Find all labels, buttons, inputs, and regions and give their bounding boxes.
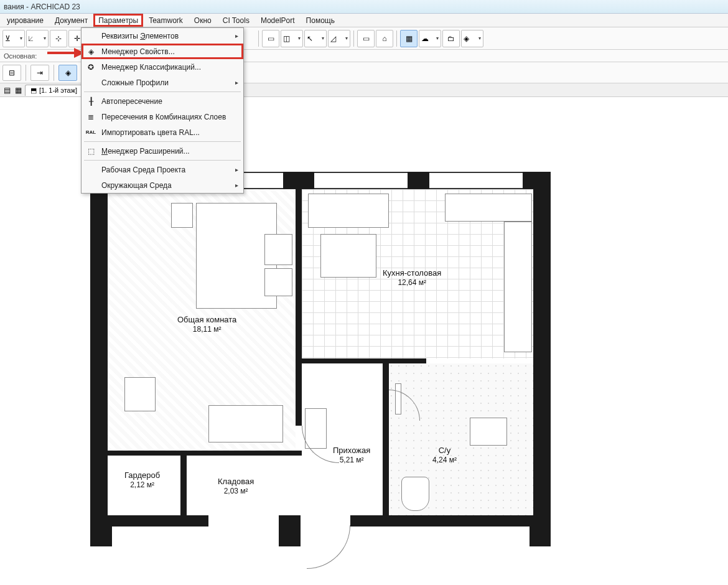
layers-icon: ≣ — [85, 111, 96, 123]
menu-label: Менеджер Классификаций... — [101, 63, 201, 72]
tool-a3[interactable]: ↖▾ — [304, 30, 327, 47]
tool-snap-1[interactable]: ⊻▾ — [2, 30, 25, 47]
tool-a2[interactable]: ◫▾ — [281, 30, 303, 47]
rect-icon: ▭ — [363, 34, 370, 43]
tool-b2[interactable]: ☁▾ — [419, 30, 441, 47]
menu-item-property-manager[interactable]: ◈ Менеджер Свойств... — [82, 44, 243, 59]
grid-icon: ⊹ — [55, 34, 62, 43]
tag-icon: ◈ — [85, 46, 96, 57]
chevron-down-icon: ▾ — [298, 35, 301, 41]
submenu-arrow-icon: ▸ — [235, 32, 238, 39]
menu-label: Рабочая Среда Проекта — [101, 166, 185, 174]
measure-icon: ⟀ — [29, 34, 33, 43]
tool-snap-2[interactable]: ⟀▾ — [26, 30, 49, 47]
annotation-arrow-icon — [47, 47, 85, 59]
submenu-arrow-icon: ▸ — [235, 166, 238, 173]
floor-plan: Общая комната 18,11 м² Кухня-столовая 12… — [90, 172, 551, 570]
menu-modelport[interactable]: ModelPort — [255, 14, 301, 27]
furniture-armchair — [124, 377, 156, 411]
toolbar-separator — [396, 30, 397, 47]
menu-item-work-env[interactable]: Окружающая Среда▸ — [82, 177, 243, 193]
menu-item-project-env[interactable]: Рабочая Среда Проекта▸ — [82, 162, 243, 177]
menu-item-element-attributes[interactable]: Реквизиты Элементов▸ — [82, 28, 243, 44]
tool-a1[interactable]: ▭ — [262, 30, 279, 47]
menu-separator — [84, 160, 241, 161]
room-label-wardrobe: Гардероб 2,12 м² — [124, 470, 160, 490]
folder-icon: 🗀 — [447, 34, 455, 43]
window-titlebar: вания - ARCHICAD 23 — [0, 0, 728, 14]
menu-window[interactable]: Окно — [189, 14, 217, 27]
tool-marquee[interactable]: ▦ — [400, 30, 418, 47]
chevron-down-icon: ▾ — [436, 35, 439, 41]
window-title: вания - ARCHICAD 23 — [4, 2, 80, 11]
menu-document[interactable]: Документ — [49, 14, 93, 27]
menu-separator — [84, 91, 241, 92]
furniture-table — [320, 234, 376, 278]
menu-label: Пересечения в Комбинациях Слоев — [101, 113, 226, 121]
menu-label: Сложные Профили — [101, 78, 169, 87]
chevron-down-icon: ▾ — [44, 35, 46, 41]
menubar: уирование Документ Параметры Teamwork Ок… — [0, 14, 728, 27]
tool-grid-snap[interactable]: ⊹ — [50, 30, 67, 47]
cursor-icon: ↖ — [307, 34, 313, 43]
room-label-living: Общая комната 18,11 м² — [177, 315, 236, 334]
menu-label: Менеджер Свойств... — [101, 47, 175, 56]
select-icon: ◫ — [283, 34, 290, 43]
tab-floor-1[interactable]: ⬒ [1. 1-й этаж] — [25, 85, 83, 96]
menu-separator — [84, 141, 241, 142]
room-label-storage: Кладовая 2,03 м² — [218, 477, 254, 496]
cloud-icon: ☁ — [421, 34, 429, 43]
classify-icon: ✪ — [85, 62, 96, 73]
home-icon: ⌂ — [382, 34, 386, 43]
menu-item-auto-intersection[interactable]: ╂ Автопересечение — [82, 93, 243, 109]
chevron-down-icon: ▾ — [322, 35, 324, 41]
furniture-nightstand — [264, 268, 292, 296]
furniture-sofa-kitchen — [308, 194, 389, 228]
menu-item-classification-manager[interactable]: ✪ Менеджер Классификаций... — [82, 59, 243, 75]
menu-label: Импортировать цвета RAL... — [101, 128, 200, 137]
options-label: Основная: — [4, 52, 37, 60]
arrows-icon: ⇥ — [37, 68, 43, 77]
menu-citools[interactable]: CI Tools — [217, 14, 255, 27]
menu-edit[interactable]: уирование — [1, 14, 49, 27]
menu-parameters[interactable]: Параметры — [93, 14, 143, 27]
menu-item-layer-intersections[interactable]: ≣ Пересечения в Комбинациях Слоев — [82, 109, 243, 124]
angle-icon: ◿ — [330, 34, 336, 43]
tool-c2[interactable]: ⇥ — [30, 65, 49, 81]
tool-rect[interactable]: ▭ — [357, 30, 375, 47]
chevron-down-icon: ▾ — [478, 35, 481, 41]
tool-b3[interactable]: 🗀 — [442, 30, 460, 47]
menu-label: Окружающая Среда — [101, 181, 172, 190]
menu-item-extension-manager[interactable]: ⬚ Менеджер Расширений... — [82, 143, 243, 159]
tool-c3[interactable]: ◈ — [58, 65, 77, 81]
snap-icon: ⊻ — [5, 34, 11, 43]
tab-list-icon[interactable]: ▤ — [2, 86, 11, 95]
toolbar-separator — [54, 65, 54, 81]
tool-home[interactable]: ⌂ — [376, 30, 393, 47]
marquee-icon: ▦ — [406, 34, 413, 43]
plan-icon: ⬒ — [30, 87, 37, 95]
menu-item-complex-profiles[interactable]: Сложные Профили▸ — [82, 75, 243, 90]
menu-item-import-ral[interactable]: RAL Импортировать цвета RAL... — [82, 124, 243, 140]
tool-a4[interactable]: ◿▾ — [328, 30, 350, 47]
toolbar-separator — [258, 30, 259, 47]
tool-c1[interactable]: ⊟ — [2, 65, 21, 81]
tab-grid-icon[interactable]: ▦ — [14, 86, 22, 95]
furniture-toilet — [401, 477, 429, 511]
menu-help[interactable]: Помощь — [301, 14, 340, 27]
intersect-icon: ╂ — [85, 96, 96, 107]
crosshair-icon: ✛ — [74, 34, 80, 43]
addon-icon: ⬚ — [85, 146, 96, 157]
room-label-kitchen: Кухня-столовая 12,64 м² — [383, 268, 441, 288]
tag-icon: ◈ — [464, 34, 469, 43]
menu-parameters-dropdown: Реквизиты Элементов▸ ◈ Менеджер Свойств.… — [81, 27, 244, 194]
tool-b4[interactable]: ◈▾ — [461, 30, 483, 47]
toolbar-separator — [26, 65, 26, 81]
toolbar-separator — [353, 30, 354, 47]
submenu-arrow-icon: ▸ — [235, 79, 238, 86]
furniture-nightstand — [264, 234, 292, 265]
menu-teamwork[interactable]: Teamwork — [143, 14, 189, 27]
room-label-bath: С/у 4,24 м² — [432, 446, 457, 465]
menu-label: Автопересечение — [101, 97, 162, 106]
tag-active-icon: ◈ — [65, 68, 71, 77]
